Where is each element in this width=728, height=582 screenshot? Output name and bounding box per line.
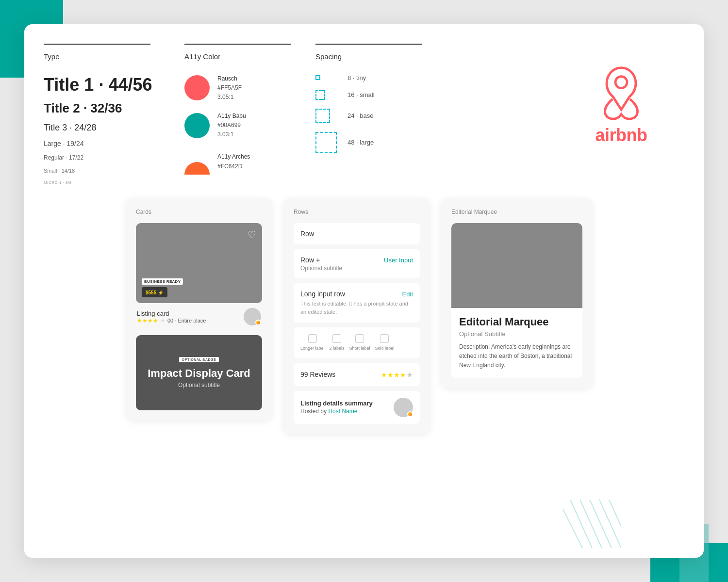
color-row-babu: A11y Babu #00A699 3.03:1: [184, 112, 311, 140]
host-name-link[interactable]: Host Name: [328, 408, 357, 415]
type-title1: Title 1 · 44/56: [44, 74, 170, 95]
listing-card: ♡ BUSINESS READY $555 ⚡: [136, 223, 262, 303]
svg-line-1: [563, 509, 582, 548]
color-row-arches: A11y Arches #FC642D: [184, 149, 311, 175]
row-checkboxes: Longer label 2 labels Short label Solo l…: [294, 327, 420, 358]
editorial-card-image: [451, 223, 582, 308]
lightning-icon: ⚡: [158, 290, 164, 295]
diagonal-lines-decoration: [563, 500, 621, 548]
listing-details-hosted: Hosted by Host Name: [300, 408, 373, 415]
row-user-input-main: Row + User Input: [300, 256, 413, 264]
checkbox-label-longer: Longer label: [300, 346, 325, 352]
review-stars: ★★★★★: [381, 370, 413, 379]
impact-card-title: Impact Display Card: [148, 367, 250, 380]
type-section: Type Title 1 · 44/56 Title 2 · 32/36 Tit…: [44, 44, 170, 185]
checkbox-2-labels: 2 labels: [330, 334, 345, 352]
listing-details-info: Listing details summary Hosted by Host N…: [300, 400, 373, 415]
rows-section-label: Rows: [294, 209, 420, 215]
arches-swatch: [184, 162, 210, 175]
checkbox-box-2labels[interactable]: [332, 334, 341, 343]
editorial-panel: Editorial Marquee Editorial Marquee Opti…: [442, 199, 592, 388]
row-long-input-main: Long input row Edit: [300, 290, 413, 298]
spacing-section-label: Spacing: [315, 52, 432, 61]
spacing-section-line: [315, 44, 422, 45]
spacing-row-base: 24 · base: [315, 109, 432, 123]
impact-display-card: OPTIONAL BADGE Impact Display Card Optio…: [136, 335, 262, 410]
checkbox-label-solo: Solo label: [375, 346, 395, 352]
heart-icon[interactable]: ♡: [248, 229, 256, 241]
airbnb-logo-icon: [592, 63, 650, 121]
rausch-name: Rausch: [217, 74, 242, 83]
checkbox-box-short[interactable]: [355, 334, 364, 343]
type-title2: Title 2 · 32/36: [44, 101, 170, 116]
listing-card-title: Listing card: [137, 310, 206, 317]
checkbox-short-label: Short label: [349, 334, 370, 352]
spacing-box-tiny-wrapper: [315, 75, 340, 80]
spacing-label-base: 24 · base: [347, 112, 374, 119]
listing-card-badge: BUSINESS READY: [142, 278, 183, 285]
checkbox-label-2labels: 2 labels: [330, 346, 345, 352]
spacing-section: Spacing 8 · tiny 16 · small 24 · base 48…: [315, 44, 432, 162]
rausch-hex: #FF5A5F: [217, 84, 242, 91]
checkbox-box-solo[interactable]: [380, 334, 389, 343]
babu-ratio: 3.03:1: [217, 131, 233, 138]
type-large: Large · 19/24: [44, 140, 170, 147]
svg-line-4: [590, 500, 612, 548]
spacing-label-small: 16 · small: [347, 91, 375, 98]
spacing-box-tiny: [315, 75, 320, 80]
listing-card-price-value: $555: [146, 290, 158, 295]
svg-point-0: [615, 77, 627, 88]
checkbox-solo-label: Solo label: [375, 334, 395, 352]
rausch-ratio: 3.05:1: [217, 94, 233, 100]
editorial-card-content: Editorial Marquee Optional Subtitle Desc…: [451, 308, 582, 378]
avatar-status-dot: [255, 320, 261, 325]
row-user-input-title: Row +: [300, 256, 320, 264]
type-regular: Regular · 17/22: [44, 154, 170, 161]
arches-hex: #FC642D: [217, 163, 242, 170]
row-long-input: Long input row Edit This text is editabl…: [294, 283, 420, 323]
rausch-swatch: [184, 75, 210, 100]
arches-info: A11y Arches #FC642D: [217, 152, 250, 171]
row-simple-title: Row: [300, 230, 314, 238]
color-row-rausch: Rausch #FF5A5F 3.05:1: [184, 74, 311, 102]
row-reviews: 99 Reviews ★★★★★: [294, 363, 420, 386]
editorial-card-desc: Description: America's early beginnings …: [459, 342, 575, 371]
babu-hex: #00A699: [217, 122, 241, 129]
color-section-line: [184, 44, 291, 45]
type-small: Small · 14/18: [44, 168, 170, 174]
listing-card-avatar: [244, 308, 261, 325]
color-section: A11y Color Rausch #FF5A5F 3.05:1 A11y Ba…: [184, 44, 311, 184]
spacing-label-large: 48 · large: [347, 139, 374, 146]
color-section-label: A11y Color: [184, 52, 311, 61]
row-user-input-action[interactable]: User Input: [384, 257, 413, 264]
listing-card-stars: ★★★★: [137, 317, 158, 324]
spacing-box-base-wrapper: [315, 109, 340, 123]
row-user-input-subtitle: Optional subtitle: [300, 265, 413, 272]
cards-section-label: Cards: [136, 209, 262, 215]
listing-details-title: Listing details summary: [300, 400, 373, 407]
spacing-box-large: [315, 132, 337, 153]
spacing-row-small: 16 · small: [315, 90, 432, 100]
spacing-label-tiny: 8 · tiny: [347, 74, 366, 81]
checkbox-box-longer[interactable]: [308, 334, 317, 343]
rausch-info: Rausch #FF5A5F 3.05:1: [217, 74, 242, 102]
row-user-input: Row + User Input Optional subtitle: [294, 249, 420, 278]
row-listing-details: Listing details summary Hosted by Host N…: [294, 391, 420, 424]
row-simple: Row: [294, 223, 420, 244]
spacing-box-small-wrapper: [315, 90, 340, 100]
reviews-title: 99 Reviews: [300, 371, 335, 378]
editorial-card: Editorial Marquee Optional Subtitle Desc…: [451, 223, 582, 378]
impact-card-subtitle: Optional subtitle: [178, 382, 220, 388]
babu-info: A11y Babu #00A699 3.03:1: [217, 112, 246, 140]
hosted-by-text: Hosted by: [300, 408, 328, 415]
editorial-card-subtitle: Optional Subtitle: [459, 330, 575, 338]
babu-swatch: [184, 113, 210, 138]
spacing-box-small: [315, 90, 325, 100]
row-long-input-action[interactable]: Edit: [402, 291, 413, 298]
airbnb-wordmark: airbnb: [595, 125, 647, 146]
impact-card-badge: OPTIONAL BADGE: [179, 357, 219, 362]
main-panel: Type Title 1 · 44/56 Title 2 · 32/36 Tit…: [24, 24, 704, 558]
listing-card-text: Listing card ★★★★ ★ 00 · Entire place: [137, 310, 206, 324]
listing-card-info: Listing card ★★★★ ★ 00 · Entire place: [136, 303, 262, 327]
review-stars-filled: ★★★★: [381, 371, 406, 379]
